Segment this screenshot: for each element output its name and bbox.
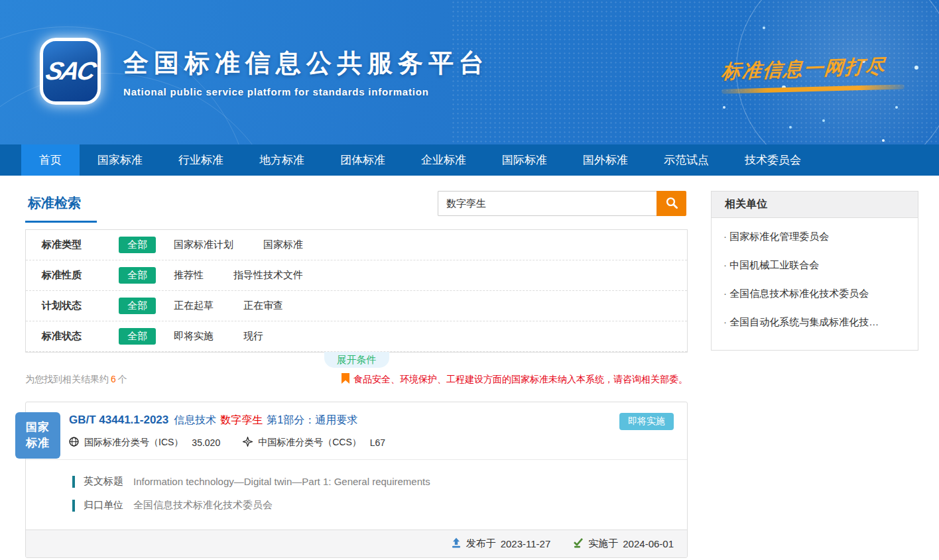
publish-icon (451, 537, 462, 550)
filter-option[interactable]: 指导性技术文件 (233, 269, 303, 282)
nav-item-technical-committees[interactable]: 技术委员会 (727, 144, 819, 176)
classification-row: 国际标准分类号（ICS） 35.020 中国标准分类号（CCS） L67 (26, 427, 687, 459)
filter-option[interactable]: 正在起草 (174, 300, 214, 312)
filter-option[interactable]: 国家标准 (263, 239, 303, 251)
filter-label: 计划状态 (42, 300, 100, 312)
sac-logo: SAC (40, 38, 101, 105)
nav-item-pilot-projects[interactable]: 示范试点 (646, 144, 727, 176)
ccs-classification: 中国标准分类号（CCS） L67 (243, 437, 385, 449)
filter-row-plan-status: 计划状态 全部 正在起草 正在审查 (26, 291, 687, 321)
detail-bar (72, 476, 75, 488)
title-part2: 第1部分：通用要求 (267, 414, 357, 425)
expand-conditions-button[interactable]: 展开条件 (324, 352, 389, 368)
standard-result-card: 国家 标准 GB/T 43441.1-2023 信息技术数字孪生第1部分：通用要… (25, 402, 688, 558)
search-box (438, 191, 686, 216)
standard-code-link[interactable]: GB/T 43441.1-2023 (69, 414, 168, 427)
filter-option[interactable]: 现行 (243, 330, 263, 343)
nav-item-home[interactable]: 首页 (21, 144, 80, 176)
standard-details: 英文标题 Information technology—Digital twin… (26, 460, 687, 530)
detail-row-competent-unit: 归口单位 全国信息技术标准化技术委员会 (72, 499, 674, 512)
nav-item-national-standards[interactable]: 国家标准 (80, 144, 160, 176)
badge-line2: 标准 (26, 435, 50, 451)
ccs-label: 中国标准分类号（CCS） (258, 437, 361, 449)
filter-all-button[interactable]: 全部 (119, 328, 156, 345)
site-titles: 全国标准信息公共服务平台 National public service pla… (123, 46, 489, 97)
implemented-date: 2024-06-01 (623, 538, 674, 549)
filter-row-standard-type: 标准类型 全部 国家标准计划 国家标准 (26, 230, 687, 260)
filter-label: 标准状态 (42, 330, 100, 343)
nav-item-foreign-standards[interactable]: 国外标准 (565, 144, 646, 176)
nav-item-group-standards[interactable]: 团体标准 (322, 144, 403, 176)
compass-icon (243, 437, 253, 449)
result-count-suffix: 个 (118, 374, 127, 384)
standard-type-badge: 国家 标准 (15, 412, 60, 459)
published-label: 发布于 (466, 537, 496, 550)
nav-item-international-standards[interactable]: 国际标准 (484, 144, 565, 176)
globe-icon (69, 437, 79, 449)
badge-line1: 国家 (26, 420, 50, 435)
standard-title-row: GB/T 43441.1-2023 信息技术数字孪生第1部分：通用要求 (26, 402, 687, 427)
detail-value: Information technology—Digital twin—Part… (133, 476, 430, 487)
filter-option[interactable]: 国家标准计划 (174, 239, 233, 251)
header-slogan: 标准信息一网打尽 (721, 56, 905, 91)
filter-option[interactable]: 即将实施 (174, 330, 214, 343)
search-input[interactable] (438, 191, 657, 216)
related-unit-item[interactable]: 全国自动化系统与集成标准化技… (723, 316, 906, 329)
filter-row-standard-nature: 标准性质 全部 推荐性 指导性技术文件 (26, 260, 687, 291)
sac-logo-text: SAC (43, 57, 97, 85)
search-icon (665, 196, 678, 211)
related-unit-item[interactable]: 国家标准化管理委员会 (723, 231, 906, 243)
site-subtitle: National public service platform for sta… (123, 86, 489, 97)
nav-item-industry-standards[interactable]: 行业标准 (160, 144, 241, 176)
section-title: 标准检索 (25, 191, 97, 223)
status-badge: 即将实施 (619, 413, 674, 430)
ics-value: 35.020 (192, 437, 220, 448)
result-info-row: 为您找到相关结果约6个 食品安全、环境保护、工程建设方面的国家标准未纳入本系统，… (25, 373, 688, 386)
filter-row-standard-status: 标准状态 全部 即将实施 现行 (26, 321, 687, 352)
detail-label: 英文标题 (84, 475, 123, 488)
result-count-prefix: 为您找到相关结果约 (25, 374, 109, 384)
filter-all-button[interactable]: 全部 (119, 298, 156, 314)
detail-bar (72, 500, 75, 512)
implemented-label: 实施于 (588, 537, 618, 550)
implemented-date-item: 实施于 2024-06-01 (573, 537, 674, 550)
search-button[interactable] (657, 191, 686, 216)
filter-label: 标准类型 (42, 239, 100, 251)
related-units-panel: 相关单位 国家标准化管理委员会 中国机械工业联合会 全国信息技术标准化技术委员会… (711, 191, 918, 351)
standard-title-link[interactable]: 信息技术数字孪生第1部分：通用要求 (174, 414, 357, 427)
related-units-title: 相关单位 (712, 192, 918, 218)
title-part1: 信息技术 (174, 414, 216, 425)
filter-option[interactable]: 正在审查 (243, 300, 283, 312)
published-date: 2023-11-27 (501, 538, 551, 549)
system-notice: 食品安全、环境保护、工程建设方面的国家标准未纳入本系统，请咨询相关部委。 (342, 373, 688, 386)
related-units-list: 国家标准化管理委员会 中国机械工业联合会 全国信息技术标准化技术委员会 全国自动… (712, 218, 918, 350)
ics-label: 国际标准分类号（ICS） (84, 437, 183, 449)
detail-value: 全国信息技术标准化技术委员会 (133, 499, 273, 512)
page: SAC 全国标准信息公共服务平台 National public service… (0, 0, 939, 560)
result-count-number: 6 (111, 374, 116, 384)
related-unit-item[interactable]: 中国机械工业联合会 (723, 259, 906, 272)
detail-row-english-title: 英文标题 Information technology—Digital twin… (72, 475, 674, 488)
title-highlight: 数字孪生 (220, 414, 263, 425)
ccs-value: L67 (370, 437, 385, 448)
glow-dots-decoration (763, 27, 765, 29)
published-date-item: 发布于 2023-11-27 (451, 537, 551, 550)
nav-item-enterprise-standards[interactable]: 企业标准 (403, 144, 484, 176)
filter-label: 标准性质 (42, 269, 100, 282)
notice-text: 食品安全、环境保护、工程建设方面的国家标准未纳入本系统，请咨询相关部委。 (353, 374, 688, 386)
nav-item-local-standards[interactable]: 地方标准 (241, 144, 322, 176)
bookmark-icon (342, 373, 353, 386)
site-header: SAC 全国标准信息公共服务平台 National public service… (0, 0, 939, 144)
filter-panel: 标准类型 全部 国家标准计划 国家标准 标准性质 全部 推荐性 指导性技术文件 … (25, 229, 688, 353)
related-unit-item[interactable]: 全国信息技术标准化技术委员会 (723, 288, 906, 300)
filter-all-button[interactable]: 全部 (119, 237, 156, 253)
card-footer: 发布于 2023-11-27 实施于 2024-06-01 (26, 530, 687, 557)
ics-classification: 国际标准分类号（ICS） 35.020 (69, 437, 220, 449)
result-count: 为您找到相关结果约6个 (25, 374, 127, 386)
filter-option[interactable]: 推荐性 (174, 269, 204, 282)
filter-all-button[interactable]: 全部 (119, 267, 156, 284)
content: 标准检索 标准类型 全部 国家标准计划 国家标准 (0, 176, 939, 558)
main-nav: 首页 国家标准 行业标准 地方标准 团体标准 企业标准 国际标准 国外标准 示范… (0, 144, 939, 176)
site-title: 全国标准信息公共服务平台 (123, 46, 489, 80)
implement-icon (573, 537, 584, 550)
